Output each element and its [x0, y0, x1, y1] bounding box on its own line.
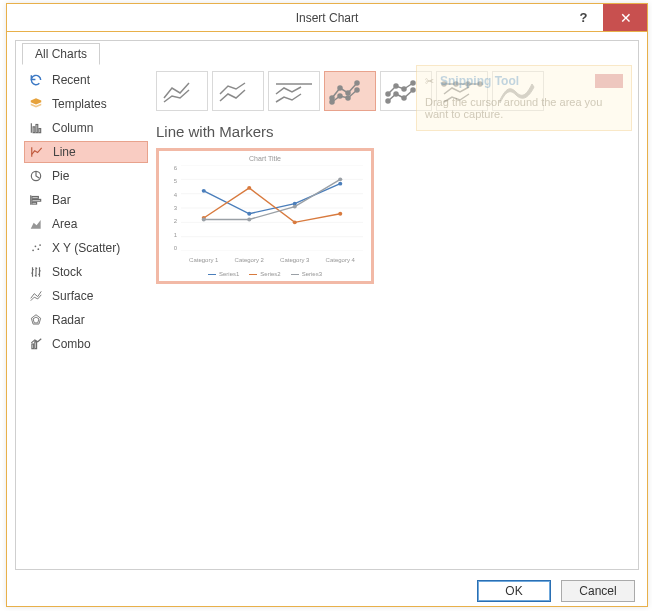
ok-button[interactable]: OK [477, 580, 551, 602]
svg-point-26 [411, 81, 415, 85]
sidebar-item-label: Bar [52, 193, 71, 207]
svg-point-17 [346, 91, 350, 95]
sidebar-item-label: Combo [52, 337, 91, 351]
legend-item: Series1 [208, 271, 239, 277]
dialog-body: All Charts Recent Templates Column [15, 40, 639, 570]
svg-point-45 [338, 182, 342, 186]
svg-point-51 [247, 218, 251, 222]
combo-chart-icon [28, 336, 44, 352]
sidebar-item-label: Templates [52, 97, 107, 111]
y-axis: 6543210 [169, 165, 177, 251]
sidebar-item-label: Column [52, 121, 93, 135]
svg-point-32 [454, 82, 458, 86]
svg-rect-2 [39, 129, 41, 133]
svg-marker-12 [33, 317, 39, 323]
help-button[interactable]: ? [563, 4, 603, 31]
svg-point-19 [330, 100, 334, 104]
svg-point-21 [346, 96, 350, 100]
surface-chart-icon [28, 288, 44, 304]
svg-point-42 [202, 189, 206, 193]
svg-rect-13 [32, 344, 34, 349]
chart-title: Chart Title [165, 155, 365, 162]
sidebar-item-scatter[interactable]: X Y (Scatter) [24, 237, 148, 259]
scatter-chart-icon [28, 240, 44, 256]
svg-point-29 [402, 96, 406, 100]
sidebar-item-line[interactable]: Line [24, 141, 148, 163]
chart-subtype-panel: Line with Markers Chart Title 6543210 Ca… [148, 63, 636, 567]
svg-point-49 [338, 212, 342, 216]
svg-point-31 [442, 82, 446, 86]
subtype-3d-line[interactable] [492, 71, 544, 111]
x-axis: Category 1Category 2Category 3Category 4 [181, 257, 363, 263]
chart-legend: Series1 Series2 Series3 [159, 271, 371, 277]
sidebar-item-column[interactable]: Column [24, 117, 148, 139]
sidebar-item-label: X Y (Scatter) [52, 241, 120, 255]
svg-point-50 [202, 218, 206, 222]
svg-point-22 [355, 88, 359, 92]
close-button[interactable]: ✕ [603, 4, 647, 31]
svg-point-48 [293, 220, 297, 224]
subtype-stacked-line[interactable] [212, 71, 264, 111]
insert-chart-dialog: Insert Chart ? ✕ All Charts Recent Templ… [6, 3, 648, 607]
svg-point-8 [35, 245, 37, 247]
legend-item: Series3 [291, 271, 322, 277]
subtype-line[interactable] [156, 71, 208, 111]
sidebar-item-stock[interactable]: Stock [24, 261, 148, 283]
subtype-title: Line with Markers [156, 123, 626, 140]
svg-point-20 [338, 94, 342, 98]
svg-rect-6 [32, 202, 37, 204]
svg-rect-0 [33, 127, 35, 133]
radar-chart-icon [28, 312, 44, 328]
chart-preview[interactable]: Chart Title 6543210 Category 1Category 2… [156, 148, 374, 284]
svg-point-34 [478, 82, 482, 86]
svg-point-33 [466, 82, 470, 86]
sidebar-item-surface[interactable]: Surface [24, 285, 148, 307]
legend-item: Series2 [249, 271, 280, 277]
sidebar-item-templates[interactable]: Templates [24, 93, 148, 115]
svg-point-28 [394, 92, 398, 96]
svg-point-27 [386, 99, 390, 103]
line-chart-icon [29, 144, 45, 160]
svg-point-52 [293, 205, 297, 209]
svg-point-18 [355, 81, 359, 85]
subtype-line-markers[interactable] [324, 71, 376, 111]
svg-point-24 [394, 84, 398, 88]
svg-point-53 [338, 177, 342, 181]
sidebar-item-label: Pie [52, 169, 69, 183]
cancel-button[interactable]: Cancel [561, 580, 635, 602]
sidebar-item-radar[interactable]: Radar [24, 309, 148, 331]
subtype-100-stacked-line-markers[interactable] [436, 71, 488, 111]
window-title: Insert Chart [7, 4, 647, 31]
recent-icon [28, 72, 44, 88]
sidebar-item-label: Surface [52, 289, 93, 303]
sidebar-item-recent[interactable]: Recent [24, 69, 148, 91]
sidebar-item-combo[interactable]: Combo [24, 333, 148, 355]
svg-point-7 [32, 249, 34, 251]
svg-point-16 [338, 86, 342, 90]
title-bar: Insert Chart ? ✕ [7, 4, 647, 32]
subtype-stacked-line-markers[interactable] [380, 71, 432, 111]
svg-point-25 [402, 87, 406, 91]
svg-point-30 [411, 88, 415, 92]
bar-chart-icon [28, 192, 44, 208]
pie-chart-icon [28, 168, 44, 184]
column-chart-icon [28, 120, 44, 136]
svg-point-9 [37, 248, 39, 250]
sidebar-item-label: Radar [52, 313, 85, 327]
sidebar-item-bar[interactable]: Bar [24, 189, 148, 211]
svg-point-43 [247, 212, 251, 216]
svg-rect-4 [32, 197, 38, 199]
sidebar-item-label: Area [52, 217, 77, 231]
plot-area [181, 165, 363, 251]
sidebar-item-label: Stock [52, 265, 82, 279]
sidebar-item-pie[interactable]: Pie [24, 165, 148, 187]
stock-chart-icon [28, 264, 44, 280]
sidebar-item-area[interactable]: Area [24, 213, 148, 235]
subtype-100-stacked-line[interactable] [268, 71, 320, 111]
chart-type-list: Recent Templates Column Line Pie [18, 63, 148, 567]
svg-rect-1 [36, 125, 38, 133]
tab-all-charts[interactable]: All Charts [22, 43, 100, 65]
templates-icon [28, 96, 44, 112]
svg-rect-5 [32, 199, 41, 201]
dialog-footer: OK Cancel [7, 576, 647, 606]
